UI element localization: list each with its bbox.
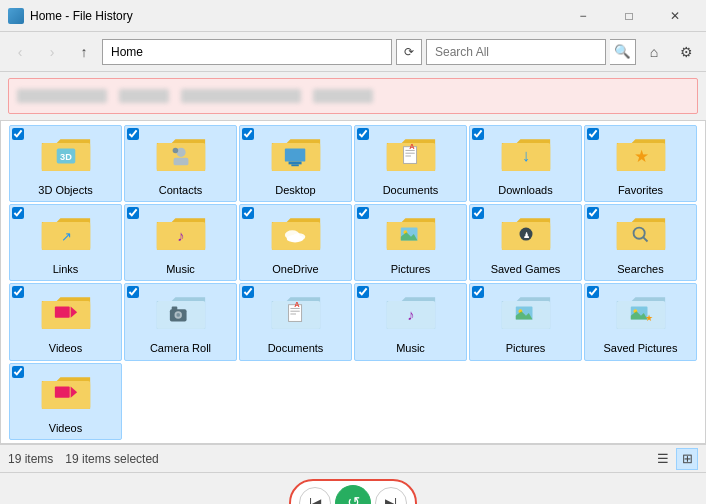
back-button[interactable]: ‹ [6, 38, 34, 66]
file-label: Pictures [506, 342, 546, 355]
grid-view-button[interactable]: ⊞ [676, 448, 698, 470]
file-checkbox[interactable] [127, 207, 139, 219]
settings-button[interactable]: ⚙ [672, 38, 700, 66]
close-button[interactable]: ✕ [652, 0, 698, 32]
search-input[interactable] [426, 39, 606, 65]
file-checkbox[interactable] [587, 128, 599, 140]
svg-point-8 [172, 148, 178, 154]
file-checkbox[interactable] [472, 286, 484, 298]
file-label: Saved Pictures [604, 342, 678, 355]
file-item[interactable]: Searches [584, 204, 697, 281]
selected-count: 19 items selected [65, 452, 158, 466]
file-item[interactable]: ♪ Music [124, 204, 237, 281]
file-label: Contacts [159, 184, 202, 197]
up-button[interactable]: ↑ [70, 38, 98, 66]
file-icon: A [268, 288, 324, 340]
file-label: 3D Objects [38, 184, 92, 197]
file-item[interactable]: Videos [9, 363, 122, 440]
svg-rect-52 [54, 307, 69, 318]
minimize-button[interactable]: − [560, 0, 606, 32]
file-label: Favorites [618, 184, 663, 197]
app-icon [8, 8, 24, 24]
file-icon [268, 130, 324, 182]
file-item[interactable]: Pictures [469, 283, 582, 360]
file-icon [268, 209, 324, 261]
redacted-block-3 [181, 89, 301, 103]
file-item[interactable]: A Documents [354, 125, 467, 202]
home-button[interactable]: ⌂ [640, 38, 668, 66]
file-checkbox[interactable] [587, 286, 599, 298]
title-bar: Home - File History − □ ✕ [0, 0, 706, 32]
file-item[interactable]: ♟ Saved Games [469, 204, 582, 281]
file-icon: 3D [38, 130, 94, 182]
file-icon: ♟ [498, 209, 554, 261]
main-content: 3D 3D Objects Contacts Desktop [0, 120, 706, 444]
file-checkbox[interactable] [12, 207, 24, 219]
file-checkbox[interactable] [242, 286, 254, 298]
file-label: Desktop [275, 184, 315, 197]
search-button[interactable]: 🔍 [610, 39, 636, 65]
file-icon: ↗ [38, 209, 94, 261]
file-label: Music [396, 342, 425, 355]
file-item[interactable]: ↗ Links [9, 204, 122, 281]
file-item[interactable]: Desktop [239, 125, 352, 202]
svg-rect-7 [173, 158, 188, 165]
refresh-button[interactable]: ⟳ [396, 39, 422, 65]
svg-text:A: A [294, 301, 300, 310]
file-checkbox[interactable] [357, 207, 369, 219]
forward-button[interactable]: › [38, 38, 66, 66]
svg-text:↓: ↓ [521, 146, 529, 165]
status-text: 19 items 19 items selected [8, 452, 159, 466]
play-button[interactable]: ↺ [335, 485, 371, 505]
status-bar: 19 items 19 items selected ☰ ⊞ [0, 444, 706, 472]
svg-rect-11 [284, 149, 304, 162]
file-checkbox[interactable] [357, 128, 369, 140]
svg-text:★: ★ [633, 147, 648, 166]
file-item[interactable]: A Documents [239, 283, 352, 360]
file-checkbox[interactable] [472, 128, 484, 140]
file-label: Downloads [498, 184, 552, 197]
playback-controls: |◀ ↺ ▶| [289, 479, 417, 505]
file-item[interactable]: ★ Saved Pictures [584, 283, 697, 360]
file-icon [38, 368, 94, 420]
list-view-button[interactable]: ☰ [652, 448, 674, 470]
file-item[interactable]: ★ Favorites [584, 125, 697, 202]
prev-button[interactable]: |◀ [299, 487, 331, 505]
file-checkbox[interactable] [127, 286, 139, 298]
file-item[interactable]: Camera Roll [124, 283, 237, 360]
file-checkbox[interactable] [587, 207, 599, 219]
file-icon: ★ [613, 130, 669, 182]
file-checkbox[interactable] [357, 286, 369, 298]
file-checkbox[interactable] [242, 128, 254, 140]
file-item[interactable]: 3D 3D Objects [9, 125, 122, 202]
redacted-bar [8, 78, 698, 114]
redacted-block-4 [313, 89, 373, 103]
file-grid-wrapper[interactable]: 3D 3D Objects Contacts Desktop [0, 120, 706, 444]
file-checkbox[interactable] [12, 286, 24, 298]
file-label: Videos [49, 422, 82, 435]
file-checkbox[interactable] [12, 366, 24, 378]
file-checkbox[interactable] [127, 128, 139, 140]
file-icon [613, 209, 669, 261]
svg-text:★: ★ [644, 314, 652, 324]
file-grid: 3D 3D Objects Contacts Desktop [9, 125, 697, 440]
file-checkbox[interactable] [472, 207, 484, 219]
svg-rect-13 [291, 164, 298, 166]
file-checkbox[interactable] [242, 207, 254, 219]
address-input[interactable] [102, 39, 392, 65]
svg-text:A: A [409, 143, 415, 152]
file-item[interactable]: ♪ Music [354, 283, 467, 360]
file-checkbox[interactable] [12, 128, 24, 140]
file-item[interactable]: Videos [9, 283, 122, 360]
maximize-button[interactable]: □ [606, 0, 652, 32]
file-item[interactable]: OneDrive [239, 204, 352, 281]
file-label: OneDrive [272, 263, 318, 276]
svg-rect-59 [171, 307, 177, 311]
svg-text:3D: 3D [60, 152, 72, 162]
file-item[interactable]: Pictures [354, 204, 467, 281]
file-label: Music [166, 263, 195, 276]
file-icon: ♪ [153, 209, 209, 261]
file-item[interactable]: Contacts [124, 125, 237, 202]
next-button[interactable]: ▶| [375, 487, 407, 505]
file-item[interactable]: ↓ Downloads [469, 125, 582, 202]
